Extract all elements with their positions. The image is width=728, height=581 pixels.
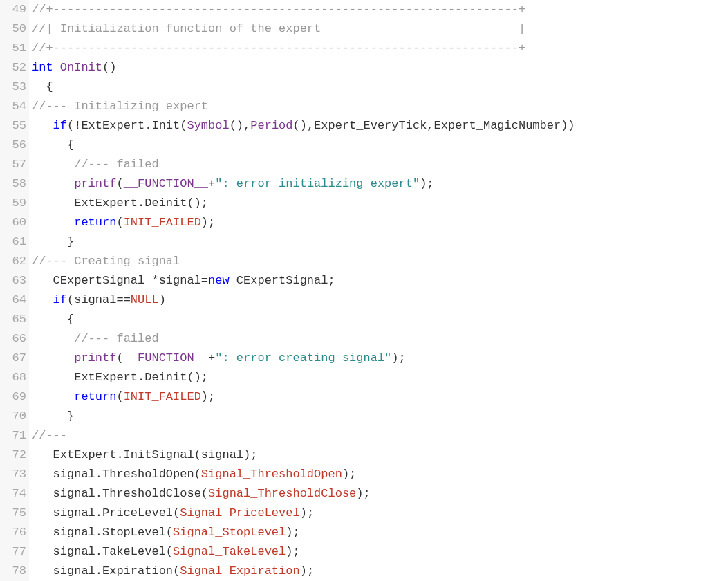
code-content[interactable]: int OnInit()	[29, 58, 728, 77]
token-name: ExtExpert.Deinit();	[32, 371, 208, 384]
code-line[interactable]: 50//| Initialization function of the exp…	[0, 19, 728, 39]
code-content[interactable]: }	[29, 232, 728, 252]
token-name: }	[32, 409, 74, 423]
code-line[interactable]: 76 signal.StopLevel(Signal_StopLevel);	[0, 523, 728, 542]
code-line[interactable]: 59 ExtExpert.Deinit();	[0, 194, 728, 213]
code-line[interactable]: 72 ExtExpert.InitSignal(signal);	[0, 445, 728, 465]
token-name: ExtExpert.Deinit();	[32, 196, 208, 210]
code-line[interactable]: 64 if(signal==NULL)	[0, 290, 728, 310]
token-name	[32, 332, 74, 345]
code-line[interactable]: 56 {	[0, 136, 728, 155]
token-punct: ()	[102, 61, 116, 74]
code-line[interactable]: 73 signal.ThresholdOpen(Signal_Threshold…	[0, 465, 728, 484]
token-null: NULL	[131, 293, 159, 306]
token-const: Signal_TakeLevel	[173, 545, 286, 558]
token-punct: );	[286, 526, 299, 539]
token-punct: (!ExtExpert.Init(	[67, 119, 187, 132]
line-number: 70	[0, 407, 29, 426]
token-name	[32, 293, 53, 306]
code-content[interactable]: //--- Initializing expert	[29, 97, 728, 116]
line-number: 58	[0, 174, 29, 194]
code-line[interactable]: 68 ExtExpert.Deinit();	[0, 368, 728, 387]
code-content[interactable]: if(!ExtExpert.Init(Symbol(),Period(),Exp…	[29, 116, 728, 136]
token-name: {	[32, 80, 53, 93]
token-name: CExpertSignal *signal=	[32, 274, 208, 287]
line-number: 63	[0, 271, 29, 290]
line-number: 52	[0, 58, 29, 77]
code-content[interactable]: {	[29, 310, 728, 329]
token-const: INIT_FAILED	[124, 390, 201, 403]
line-number: 71	[0, 426, 29, 445]
code-line[interactable]: 71//---	[0, 426, 728, 445]
code-line[interactable]: 74 signal.ThresholdClose(Signal_Threshol…	[0, 484, 728, 504]
token-punct: (	[116, 351, 123, 365]
code-line[interactable]: 49//+-----------------------------------…	[0, 0, 728, 19]
code-line[interactable]: 70 }	[0, 407, 728, 426]
code-content[interactable]: return(INIT_FAILED);	[29, 387, 728, 407]
token-func: OnInit	[60, 61, 102, 74]
code-line[interactable]: 62//--- Creating signal	[0, 252, 728, 271]
token-func: Period	[250, 119, 292, 132]
line-number: 66	[0, 329, 29, 349]
code-content[interactable]: signal.ThresholdClose(Signal_ThresholdCl…	[29, 484, 728, 504]
code-content[interactable]: signal.StopLevel(Signal_StopLevel);	[29, 523, 728, 542]
token-punct: +	[208, 351, 215, 365]
code-content[interactable]: signal.ThresholdOpen(Signal_ThresholdOpe…	[29, 465, 728, 484]
code-content[interactable]: }	[29, 407, 728, 426]
code-content[interactable]: {	[29, 136, 728, 155]
code-line[interactable]: 63 CExpertSignal *signal=new CExpertSign…	[0, 271, 728, 290]
code-line[interactable]: 58 printf(__FUNCTION__+": error initiali…	[0, 174, 728, 194]
code-line[interactable]: 66 //--- failed	[0, 329, 728, 349]
code-line[interactable]: 57 //--- failed	[0, 155, 728, 174]
code-editor[interactable]: 49//+-----------------------------------…	[0, 0, 728, 581]
code-line[interactable]: 75 signal.PriceLevel(Signal_PriceLevel);	[0, 504, 728, 523]
token-punct: );	[201, 390, 215, 403]
code-content[interactable]: //--- failed	[29, 329, 728, 349]
code-line[interactable]: 78 signal.Expiration(Signal_Expiration);	[0, 562, 728, 581]
token-const: INIT_FAILED	[124, 216, 201, 229]
code-line[interactable]: 60 return(INIT_FAILED);	[0, 213, 728, 232]
code-content[interactable]: ExtExpert.Deinit();	[29, 194, 728, 213]
code-line[interactable]: 53 {	[0, 77, 728, 97]
code-line[interactable]: 54//--- Initializing expert	[0, 97, 728, 116]
token-punct: (),Expert_EveryTick,Expert_MagicNumber))	[293, 119, 575, 132]
code-content[interactable]: signal.TakeLevel(Signal_TakeLevel);	[29, 542, 728, 562]
code-line[interactable]: 55 if(!ExtExpert.Init(Symbol(),Period(),…	[0, 116, 728, 136]
code-content[interactable]: signal.Expiration(Signal_Expiration);	[29, 562, 728, 581]
token-name	[32, 351, 74, 365]
code-content[interactable]: {	[29, 77, 728, 97]
code-content[interactable]: //---	[29, 426, 728, 445]
code-line[interactable]: 51//+-----------------------------------…	[0, 39, 728, 58]
code-line[interactable]: 65 {	[0, 310, 728, 329]
token-name: }	[32, 235, 74, 248]
code-content[interactable]: ExtExpert.InitSignal(signal);	[29, 445, 728, 465]
token-type: int	[32, 61, 53, 74]
code-line[interactable]: 52int OnInit()	[0, 58, 728, 77]
code-content[interactable]: if(signal==NULL)	[29, 290, 728, 310]
line-number: 54	[0, 97, 29, 116]
code-content[interactable]: //| Initialization function of the exper…	[29, 19, 728, 39]
code-content[interactable]: //+-------------------------------------…	[29, 39, 728, 58]
token-const: Signal_ThresholdOpen	[201, 468, 342, 481]
token-comment: //+-------------------------------------…	[32, 42, 525, 55]
code-line[interactable]: 61 }	[0, 232, 728, 252]
code-content[interactable]: printf(__FUNCTION__+": error creating si…	[29, 349, 728, 368]
line-number: 65	[0, 310, 29, 329]
token-name: signal.ThresholdClose(	[32, 487, 208, 500]
code-line[interactable]: 77 signal.TakeLevel(Signal_TakeLevel);	[0, 542, 728, 562]
token-comment: //--- failed	[74, 332, 158, 345]
code-content[interactable]: return(INIT_FAILED);	[29, 213, 728, 232]
code-content[interactable]: printf(__FUNCTION__+": error initializin…	[29, 174, 728, 194]
line-number: 74	[0, 484, 29, 504]
code-line[interactable]: 67 printf(__FUNCTION__+": error creating…	[0, 349, 728, 368]
code-content[interactable]: //+-------------------------------------…	[29, 0, 728, 19]
token-name: {	[32, 138, 74, 151]
token-keyword: new	[208, 274, 230, 287]
code-content[interactable]: //--- failed	[29, 155, 728, 174]
token-punct: (signal==	[67, 293, 131, 306]
code-content[interactable]: CExpertSignal *signal=new CExpertSignal;	[29, 271, 728, 290]
code-content[interactable]: //--- Creating signal	[29, 252, 728, 271]
code-content[interactable]: signal.PriceLevel(Signal_PriceLevel);	[29, 504, 728, 523]
code-content[interactable]: ExtExpert.Deinit();	[29, 368, 728, 387]
code-line[interactable]: 69 return(INIT_FAILED);	[0, 387, 728, 407]
